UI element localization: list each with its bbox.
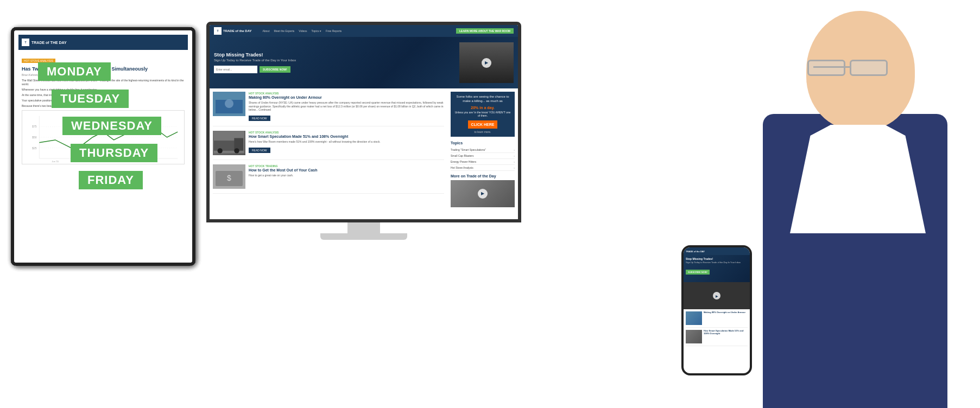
article-tag-2: HOT STOCK ANALYSIS: [249, 131, 444, 134]
article-title-3: How to Get the Most Out of Your Cash: [249, 168, 444, 173]
site-hero: Stop Missing Trades! Sign Up Today to Re…: [210, 37, 518, 88]
hero-subscribe-button[interactable]: SUBSCRIBE NOW!: [260, 66, 290, 73]
svg-text:$: $: [227, 174, 231, 182]
article-row-2: HOT STOCK ANALYSIS How Smart Speculation…: [213, 131, 444, 160]
topic-label-1: Trading "Smart Speculations": [451, 148, 486, 151]
more-section-title: More on Trade of the Day: [451, 174, 515, 178]
monitor-neck: [347, 222, 380, 233]
article-excerpt-2: Here's how War Room members made 51% and…: [249, 140, 444, 144]
article-thumb-3: $: [213, 164, 245, 189]
topic-item-1[interactable]: Trading "Smart Speculations" ›: [451, 147, 515, 153]
phone-article-title-2: How Smart Speculation Made 51% and 108% …: [704, 330, 748, 343]
person-shirt: [790, 125, 926, 233]
phone-article-title-1: Making 80% Overnight on Under Armour: [704, 311, 745, 325]
svg-point-18: [218, 148, 223, 153]
topic-item-3[interactable]: Energy Power Hitters ›: [451, 159, 515, 165]
article-info-3: HOT STOCK TRADING How to Get the Most Ou…: [249, 164, 444, 189]
sidebar-ad-subtext: Unless you are 'in the know' YOU AREN'T …: [454, 111, 511, 117]
tablet-logo-icon-5: T: [22, 39, 29, 46]
person-glasses-right: [850, 60, 888, 76]
person-glasses-left: [807, 60, 845, 76]
read-now-button-2[interactable]: READ NOW: [249, 148, 270, 153]
article-row-3: $ HOT STOCK TRADING How to Get the Most …: [213, 164, 444, 194]
click-here-button[interactable]: CLICK HERE: [468, 120, 498, 129]
phone-container: TRADE of the DAY Stop Missing Trades! Si…: [681, 245, 752, 375]
phone-nav: TRADE of the DAY: [684, 247, 750, 255]
article-thumb-1: [213, 92, 245, 116]
phone-screen: TRADE of the DAY Stop Missing Trades! Si…: [684, 247, 750, 373]
day-tuesday-label: TUESDAY: [52, 90, 129, 108]
day-friday-label: FRIDAY: [79, 171, 143, 189]
hero-email-input[interactable]: [214, 66, 257, 73]
topic-item-4[interactable]: Hot Stove Analysis ›: [451, 165, 515, 171]
read-now-button-1[interactable]: READ NOW: [249, 116, 270, 121]
monitor-screen: T TRADE of the DAY About Meet the Expert…: [210, 25, 518, 219]
svg-point-14: [225, 99, 233, 108]
svg-text:$50: $50: [32, 136, 36, 139]
content-sidebar: Some folks are seeing the chance to make…: [447, 88, 518, 219]
monitor-screen-outer: T TRADE of the DAY About Meet the Expert…: [206, 22, 521, 222]
site-logo-icon: T: [214, 27, 222, 35]
site-nav-logo: T TRADE of the DAY: [214, 27, 251, 35]
site-nav: T TRADE of the DAY About Meet the Expert…: [210, 25, 518, 37]
hero-title: Stop Missing Trades!: [214, 52, 455, 58]
nav-videos[interactable]: Videos: [299, 29, 307, 33]
article-excerpt-1: Shares of Under Armour (NYSE: UA) came u…: [249, 101, 444, 112]
sidebar-ad-text: Some folks are seeing the chance to make…: [454, 95, 511, 104]
site-logo-text: TRADE of the DAY: [223, 29, 251, 33]
phone-video-area: ▶: [684, 282, 750, 309]
article-title-2: How Smart Speculation Made 51% and 108% …: [249, 135, 444, 139]
svg-text:Jun '15: Jun '15: [52, 160, 59, 163]
day-wednesday-label: WEDNESDAY: [62, 117, 161, 135]
article-tag-3: HOT STOCK TRADING: [249, 164, 444, 168]
topic-label-4: Hot Stove Analysis: [451, 166, 473, 169]
article-info-1: HOT STOCK ANALYSIS Making 80% Overnight …: [249, 92, 444, 122]
nav-about[interactable]: About: [262, 29, 269, 33]
nav-cta-button[interactable]: LEARN MORE ABOUT THE WAR ROOM: [456, 28, 514, 34]
hero-video-person: ▶: [459, 42, 514, 83]
hero-subtitle: Sign Up Today to Receive Trade of the Da…: [214, 59, 455, 63]
sidebar-ad-highlight: 20% in a day.: [454, 106, 511, 110]
article-thumb-2: [213, 131, 245, 155]
topic-label-2: Small Cap Blasters: [451, 154, 474, 157]
phone-logo: TRADE of the DAY: [686, 250, 705, 253]
phone-subscribe-button[interactable]: SUBSCRIBE NOW!: [686, 270, 710, 275]
topic-arrow-3: ›: [514, 160, 515, 163]
hero-play-button[interactable]: ▶: [482, 58, 491, 68]
day-thursday-label: THURSDAY: [71, 144, 157, 162]
svg-text:$25: $25: [32, 146, 36, 149]
topic-arrow-4: ›: [514, 166, 515, 169]
topic-arrow-1: ›: [514, 148, 515, 151]
site-content: HOT STOCK ANALYSIS Making 80% Overnight …: [210, 88, 518, 219]
phone-hero-sub: Sign Up Today to Receive Trade of the Da…: [686, 261, 748, 264]
content-main: HOT STOCK ANALYSIS Making 80% Overnight …: [210, 88, 447, 219]
phone-outer: TRADE of the DAY Stop Missing Trades! Si…: [681, 245, 752, 375]
article-row-1: HOT STOCK ANALYSIS Making 80% Overnight …: [213, 92, 444, 126]
phone-play-button[interactable]: ▶: [713, 292, 720, 299]
phone-hero-title: Stop Missing Trades!: [686, 257, 748, 260]
article-info-2: HOT STOCK ANALYSIS How Smart Speculation…: [249, 131, 444, 155]
more-video-thumb: ▶: [451, 180, 515, 207]
article-tag-1: HOT STOCK ANALYSIS: [249, 92, 444, 95]
monitor-container: T TRADE of the DAY About Meet the Expert…: [206, 22, 532, 240]
nav-experts[interactable]: Meet the Experts: [274, 29, 295, 33]
hero-video-thumbnail: ▶: [459, 42, 514, 83]
phone-hero: Stop Missing Trades! Sign Up Today to Re…: [684, 255, 750, 282]
phone-article-thumb-1: [686, 311, 702, 325]
nav-links: About Meet the Experts Videos Topics ▾ F…: [262, 29, 342, 33]
hero-form: SUBSCRIBE NOW!: [214, 66, 455, 73]
phone-article-2: How Smart Speculation Made 51% and 108% …: [686, 330, 748, 346]
nav-topics[interactable]: Topics ▾: [312, 29, 322, 33]
tablet-logo-text-5: TRADE of THE DAY: [31, 41, 67, 44]
day-monday-label: MONDAY: [38, 62, 111, 81]
article-title-1: Making 80% Overnight on Under Armour: [249, 95, 444, 100]
hero-text: Stop Missing Trades! Sign Up Today to Re…: [214, 52, 455, 74]
monitor-base: [320, 233, 407, 240]
person-glasses-bridge: [813, 66, 851, 68]
svg-point-19: [234, 148, 239, 153]
more-play-button[interactable]: ▶: [478, 189, 488, 199]
topic-item-2[interactable]: Small Cap Blasters ›: [451, 153, 515, 159]
phone-article-thumb-2: [686, 330, 702, 343]
main-container: MONDAY TUESDAY WEDNESDAY THURSDAY FRIDAY…: [0, 0, 980, 408]
nav-reports[interactable]: Free Reports: [326, 29, 342, 33]
